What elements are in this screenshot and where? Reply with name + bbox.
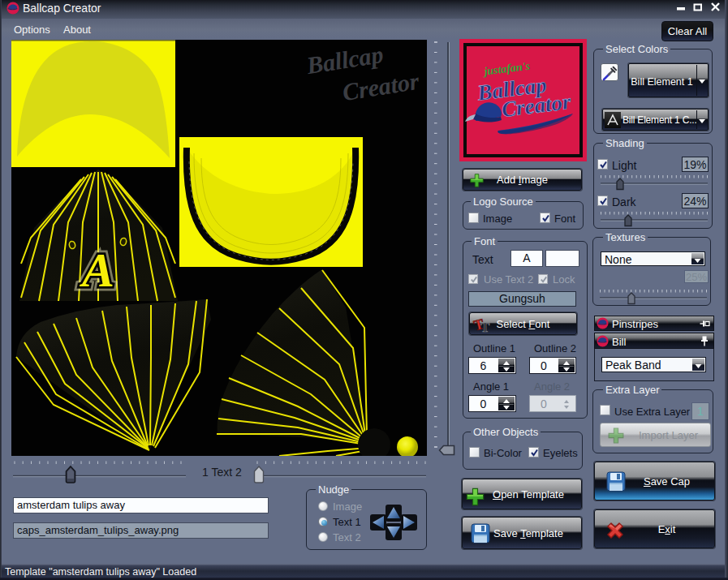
svg-text:Ballcap: Ballcap	[304, 41, 385, 79]
svg-text:A: A	[79, 243, 114, 297]
svg-text:Creator: Creator	[340, 67, 420, 106]
svg-text:T: T	[472, 316, 485, 333]
